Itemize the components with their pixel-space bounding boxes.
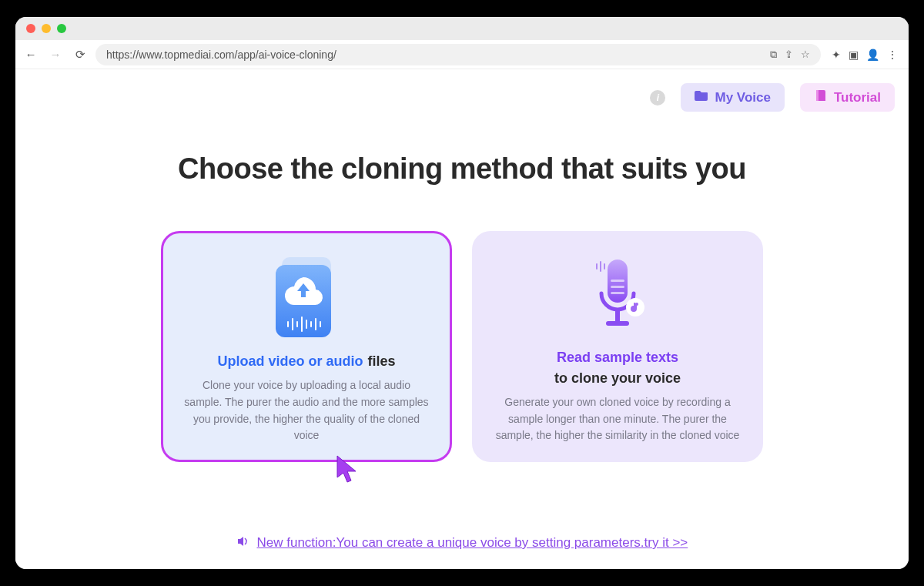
record-title-highlight: Read sample texts <box>557 350 678 366</box>
url-actions: ⧉ ⇪ ☆ <box>770 49 810 61</box>
folder-icon <box>695 89 708 105</box>
tutorial-label: Tutorial <box>834 90 881 105</box>
page-title: Choose the cloning method that suits you <box>15 152 909 186</box>
forward-button[interactable]: → <box>46 45 65 64</box>
svg-rect-19 <box>606 321 629 326</box>
sidepanel-icon[interactable]: ▣ <box>849 49 859 61</box>
svg-point-21 <box>635 303 638 306</box>
url-input[interactable]: https://www.topmediai.com/app/ai-voice-c… <box>95 44 821 65</box>
info-icon[interactable]: i <box>650 90 665 105</box>
record-card-description: Generate your own cloned voice by record… <box>493 394 742 444</box>
speaker-icon <box>236 535 249 551</box>
browser-nav-bar: ← → ⟳ https://www.topmediai.com/app/ai-v… <box>15 40 909 69</box>
my-voice-button[interactable]: My Voice <box>681 83 784 112</box>
reload-button[interactable]: ⟳ <box>71 45 89 64</box>
browser-actions: ✦ ▣ 👤 ⋮ <box>827 49 902 61</box>
url-text: https://www.topmediai.com/app/ai-voice-c… <box>106 49 336 61</box>
upload-title-highlight: Upload video or audio <box>217 353 363 370</box>
minimize-icon[interactable] <box>42 24 51 33</box>
svg-rect-0 <box>816 90 819 101</box>
upload-card-description: Clone your voice by uploading a local au… <box>182 377 431 444</box>
install-icon[interactable]: ⧉ <box>770 49 777 61</box>
record-card-icon <box>575 250 660 343</box>
tutorial-button[interactable]: Tutorial <box>800 83 895 112</box>
menu-icon[interactable]: ⋮ <box>887 49 898 61</box>
upload-card[interactable]: Upload video or audio files Clone your v… <box>161 231 452 462</box>
extensions-icon[interactable]: ✦ <box>832 49 841 61</box>
svg-rect-17 <box>611 292 624 294</box>
record-card-title: Read sample texts to clone your voice <box>493 350 742 387</box>
announcement-link[interactable]: New function:You can create a unique voi… <box>256 535 688 550</box>
method-cards: Upload video or audio files Clone your v… <box>15 231 909 462</box>
my-voice-label: My Voice <box>715 90 770 105</box>
record-title-rest: to clone your voice <box>554 370 681 387</box>
upload-card-icon <box>268 250 345 347</box>
svg-rect-18 <box>615 310 620 321</box>
page-header-actions: i My Voice Tutorial <box>650 83 895 112</box>
announcement-banner: New function:You can create a unique voi… <box>15 535 909 551</box>
page-content: i My Voice Tutorial Choose the cloning m… <box>15 69 909 569</box>
close-icon[interactable] <box>26 24 35 33</box>
upload-title-rest: files <box>367 353 395 370</box>
back-button[interactable]: ← <box>22 45 40 64</box>
bookmark-icon[interactable]: ☆ <box>801 49 810 61</box>
window-title-bar <box>15 17 909 40</box>
svg-rect-16 <box>611 286 624 288</box>
browser-window: ← → ⟳ https://www.topmediai.com/app/ai-v… <box>15 17 909 569</box>
maximize-icon[interactable] <box>57 24 66 33</box>
record-card[interactable]: Read sample texts to clone your voice Ge… <box>472 231 763 462</box>
book-icon <box>814 89 828 105</box>
upload-card-title: Upload video or audio files <box>217 353 395 370</box>
profile-icon[interactable]: 👤 <box>866 49 879 61</box>
share-icon[interactable]: ⇪ <box>785 49 793 61</box>
svg-rect-15 <box>611 280 624 282</box>
